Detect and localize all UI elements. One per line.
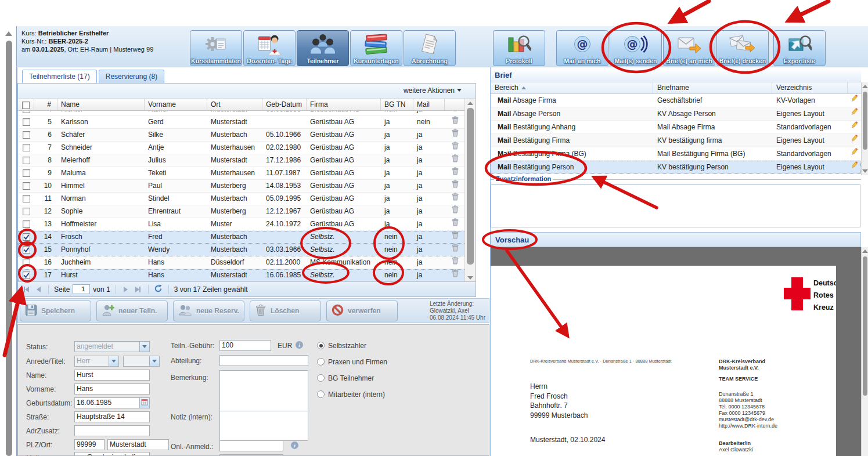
toolbar-button-mail(s)-senden[interactable]: @Mail(s) senden (610, 30, 662, 66)
trash-icon[interactable] (452, 154, 459, 167)
prev-page-button[interactable] (34, 284, 43, 295)
row-checkbox[interactable] (23, 144, 30, 151)
date-picker-icon[interactable] (140, 397, 150, 408)
col-mail[interactable]: Mail (413, 99, 445, 110)
speichern-button[interactable]: Speichern (20, 301, 91, 321)
select-all-checkbox[interactable] (22, 102, 30, 109)
scrollbar-thumb[interactable] (467, 108, 474, 265)
trash-icon[interactable] (452, 180, 459, 192)
row-checkbox[interactable] (23, 233, 30, 241)
radio-selbstzahler[interactable]: Selbstzahler (317, 340, 387, 351)
geburtsdatum-field[interactable]: 16.06.1985 (74, 397, 140, 408)
trash-icon[interactable] (452, 142, 459, 154)
trash-icon[interactable] (452, 193, 459, 205)
table-row-8[interactable]: 8MeierhoffJuliusMusterstadt17.12.1986Ger… (18, 154, 466, 167)
row-checkbox[interactable] (23, 259, 30, 266)
scrollbar-thumb[interactable] (863, 92, 867, 150)
notiz-textarea[interactable] (219, 411, 308, 441)
scrollbar-thumb[interactable] (6, 41, 12, 456)
table-row-16[interactable]: 16JuchheimHansDüsseldorf02.11.2000MS Kom… (18, 256, 466, 269)
trash-icon[interactable] (452, 256, 459, 269)
toolbar-button-kursunterlagen[interactable]: Kursunterlagen (350, 30, 402, 66)
verwerfen-button[interactable]: verwerfen (326, 301, 398, 321)
table-row-6[interactable]: 6SchäferSilkeMusterbach05.10.1966Gerüstb… (18, 129, 466, 142)
row-checkbox[interactable] (23, 195, 30, 202)
status-dropdown-icon[interactable] (140, 341, 150, 352)
strasse-field[interactable]: Hauptstraße 14 (74, 411, 150, 422)
brief-row-absage-firma[interactable]: Mail Absage FirmaGeschäftsbriefKV-Vorlag… (491, 94, 861, 107)
trash-icon[interactable] (452, 244, 459, 256)
col-bereich[interactable]: Bereich (491, 82, 653, 93)
window-scrollbar[interactable] (3, 29, 16, 456)
neue-reserv-button[interactable]: neue Reserv. (173, 301, 244, 321)
tab-teilnehmerliste[interactable]: Teilnehmerliste (17) (22, 70, 97, 83)
trash-icon[interactable] (452, 231, 459, 243)
row-checkbox[interactable] (23, 131, 30, 139)
löschen-button[interactable]: Löschen (250, 301, 321, 321)
trash-icon[interactable] (452, 218, 459, 230)
brief-row-bestätigung-anhang[interactable]: Mail Bestätigung AnhangMail Absage Firma… (491, 121, 861, 134)
scroll-down-icon[interactable] (465, 274, 476, 282)
pencil-icon[interactable] (850, 134, 859, 147)
pencil-icon[interactable] (850, 107, 859, 120)
trash-icon[interactable] (452, 269, 459, 281)
row-checkbox[interactable] (23, 169, 30, 177)
pencil-icon[interactable] (850, 147, 859, 160)
more-actions-dropdown[interactable]: weitere Aktionen (404, 86, 462, 95)
plz-field[interactable]: 99999 (74, 439, 105, 450)
toolbar-button-teilnehmer[interactable]: Teilnehmer (297, 30, 349, 66)
col-firma[interactable]: Firma (307, 99, 381, 110)
vorname-field[interactable]: Hans (74, 383, 150, 395)
radio-mitarbeiter-(intern)[interactable]: Mitarbeiter (intern) (317, 389, 387, 400)
radio-bg-teilnehmer[interactable]: BG Teilnehmer (317, 372, 387, 383)
refresh-button[interactable] (154, 284, 163, 295)
abteilung-field[interactable] (219, 355, 308, 366)
adrzusatz-field[interactable] (74, 425, 150, 436)
scrollbar-thumb[interactable] (863, 256, 867, 396)
radio-circle[interactable] (317, 342, 325, 349)
trash-icon[interactable] (452, 116, 459, 128)
info-icon[interactable]: i (291, 441, 298, 449)
trash-icon[interactable] (452, 205, 459, 218)
table-row-9[interactable]: 9MalumaTeketiMusterhausen11.07.1987Gerüs… (18, 167, 466, 180)
name-field[interactable]: Hurst (74, 370, 150, 381)
col-num[interactable]: # (34, 99, 57, 110)
toolbar-button-protokoll[interactable]: Protokoll (493, 30, 545, 66)
toolbar-button-brief(e)-drucken[interactable]: Brief(e) drucken (716, 30, 769, 66)
titel-dropdown-icon[interactable] (150, 356, 160, 367)
row-checkbox[interactable] (23, 118, 30, 126)
table-row-13[interactable]: 13HoffmeisterLisaMuster24.10.1972Gerüstb… (18, 218, 466, 231)
anrede-dropdown-icon[interactable] (109, 356, 119, 367)
table-row-5[interactable]: 5KarlssonGerdMusterstadtGerüstbau AGjane… (18, 116, 466, 129)
col-briefname[interactable]: Briefname (653, 82, 772, 93)
table-row-11[interactable]: 11NormanStindelMusterbach05.09.1995Gerüs… (18, 193, 466, 205)
info-icon[interactable]: i (296, 341, 303, 349)
last-page-button[interactable] (134, 284, 143, 295)
brief-row-absage-person[interactable]: Mail Absage PersonKV Absage PersonEigene… (491, 107, 861, 121)
col-geb-datum[interactable]: Geb-Datum (262, 99, 307, 110)
zusatzinformation-textarea[interactable] (491, 184, 860, 227)
row-checkbox[interactable] (23, 208, 30, 215)
status-select[interactable]: angemeldet (74, 341, 140, 352)
pencil-icon[interactable] (850, 121, 859, 133)
page-number-input[interactable]: 1 (73, 284, 90, 294)
toolbar-button-dozenten-tage[interactable]: Dozenten- Tage (243, 30, 296, 66)
next-page-button[interactable] (121, 284, 131, 295)
scroll-up-icon[interactable] (862, 249, 868, 253)
radio-circle[interactable] (317, 374, 325, 382)
toolbar-button-kursstammdaten[interactable]: Kursstammdaten (190, 30, 242, 66)
titel-select[interactable] (123, 356, 150, 367)
toolbar-button-mail-an-mich[interactable]: @Mail an mich (556, 30, 608, 66)
toolbar-button-exportliste[interactable]: Exportliste (773, 30, 826, 66)
letter-preview[interactable]: DRK-Kreisverband Musterstadt e.V. · Duna… (491, 247, 861, 456)
radio-praxen-und-firmen[interactable]: Praxen und Firmen (317, 356, 387, 367)
row-checkbox[interactable] (23, 246, 30, 254)
col-bg-tn[interactable]: BG TN (381, 99, 413, 110)
scroll-down-icon[interactable] (862, 169, 868, 173)
radio-circle[interactable] (317, 390, 325, 398)
table-row-14[interactable]: 14FroschFredMusterbachSelbstz.neinja (18, 231, 466, 244)
brief-row-bestätigung-firma-(bg)[interactable]: Mail Bestätigung Firma (BG)Mail Bestätig… (491, 147, 861, 161)
trash-icon[interactable] (452, 111, 459, 115)
row-checkbox[interactable] (23, 157, 30, 164)
scroll-up-icon[interactable] (465, 99, 476, 107)
